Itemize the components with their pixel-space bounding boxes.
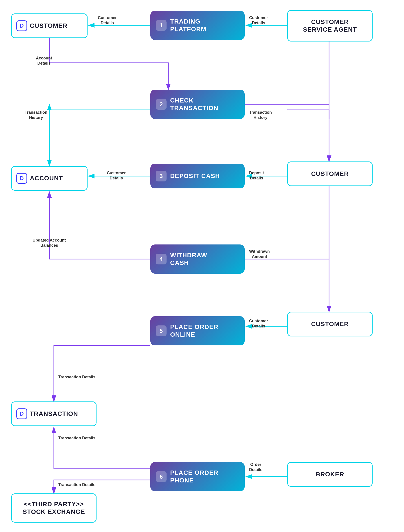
transaction-entity: D TRANSACTION — [11, 401, 96, 426]
step-2-num: 2 — [156, 99, 167, 110]
step-1-num: 1 — [156, 20, 167, 31]
arrow-label-customer-details-4: CustomerDetails — [249, 318, 268, 329]
check-transaction-process: 2 CHECKTRANSACTION — [150, 90, 245, 119]
broker-actor: BROKER — [287, 462, 372, 487]
arrow-label-customer-details-1: CustomerDetails — [98, 15, 117, 26]
withdraw-cash-label: WITHDRAWCASH — [170, 251, 207, 266]
arrow-label-account-details: AccountDetails — [36, 56, 52, 66]
arrow-label-deposit-details: DepositDetails — [249, 171, 264, 181]
account-badge: D — [16, 173, 27, 184]
customer-mid-label: CUSTOMER — [311, 170, 349, 178]
arrow-label-transaction-history-right: TransactionHistory — [249, 110, 272, 120]
arrow-label-transaction-details-2: Transaction Details — [58, 436, 95, 441]
step-3-num: 3 — [156, 171, 167, 181]
arrow-label-transaction-details-3: Transaction Details — [58, 482, 95, 487]
transaction-label: TRANSACTION — [30, 410, 78, 417]
step-5-num: 5 — [156, 325, 167, 336]
withdraw-cash-process: 4 WITHDRAWCASH — [150, 244, 245, 274]
broker-label: BROKER — [315, 470, 344, 478]
arrow-label-updated-account-balances: Updated AccountBalances — [32, 238, 66, 248]
place-order-online-label: PLACE ORDERONLINE — [170, 323, 218, 338]
diagram-container: D CUSTOMER D ACCOUNT D TRANSACTION CUSTO… — [0, 0, 404, 532]
customer-bot-label: CUSTOMER — [311, 320, 349, 328]
check-transaction-label: CHECKTRANSACTION — [170, 97, 218, 112]
arrow-label-order-details: OrderDetails — [249, 462, 262, 473]
stock-exchange-actor: <<THIRD PARTY>>STOCK EXCHANGE — [11, 494, 96, 523]
trading-platform-label: TRADINGPLATFORM — [170, 18, 206, 33]
step-4-num: 4 — [156, 254, 167, 264]
csa-actor: CUSTOMERSERVICE AGENT — [287, 10, 372, 42]
account-entity: D ACCOUNT — [11, 166, 88, 191]
place-order-phone-label: PLACE ORDERPHONE — [170, 469, 218, 484]
arrow-label-customer-details-2: CustomerDetails — [249, 15, 268, 26]
stock-exchange-label: <<THIRD PARTY>>STOCK EXCHANGE — [23, 500, 85, 515]
csa-label: CUSTOMERSERVICE AGENT — [303, 18, 357, 33]
arrow-label-withdrawn-amount: WithdrawnAmount — [249, 249, 270, 260]
customer-top-label: CUSTOMER — [30, 22, 68, 29]
customer-mid-actor: CUSTOMER — [287, 161, 372, 186]
deposit-cash-process: 3 DEPOSIT CASH — [150, 164, 245, 188]
place-order-phone-process: 6 PLACE ORDERPHONE — [150, 462, 245, 491]
account-label: ACCOUNT — [30, 175, 63, 182]
customer-top-badge: D — [16, 20, 27, 31]
transaction-badge: D — [16, 408, 27, 419]
deposit-cash-label: DEPOSIT CASH — [170, 172, 220, 180]
trading-platform-process: 1 TRADINGPLATFORM — [150, 11, 245, 40]
arrow-label-transaction-details-1: Transaction Details — [58, 374, 95, 380]
step-6-num: 6 — [156, 471, 167, 482]
customer-top-entity: D CUSTOMER — [11, 13, 88, 38]
customer-bot-actor: CUSTOMER — [287, 312, 372, 336]
place-order-online-process: 5 PLACE ORDERONLINE — [150, 316, 245, 345]
arrow-label-customer-details-3: CustomerDetails — [107, 171, 126, 181]
arrow-label-transaction-history-left: TransactionHistory — [25, 110, 47, 120]
